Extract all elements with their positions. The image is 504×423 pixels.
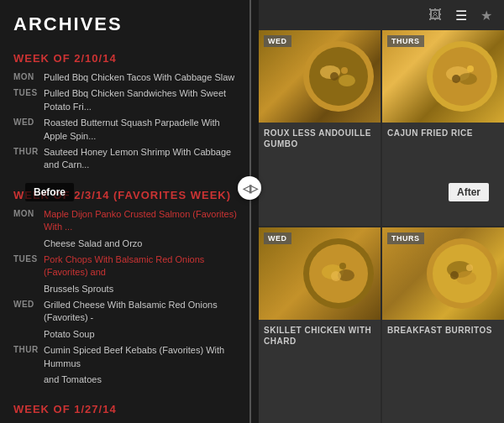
svg-point-11 bbox=[467, 65, 474, 72]
meal-name: Potato Soup bbox=[44, 328, 245, 341]
svg-point-4 bbox=[330, 72, 339, 81]
list-item[interactable]: TUES Pork Chops With Balsamic Red Onions… bbox=[13, 253, 245, 279]
food-card-burrito[interactable]: THURS BREAKFAST BURRITOS bbox=[382, 227, 504, 423]
list-item[interactable]: TUES Pulled Bbq Chicken Sandwiches With … bbox=[13, 87, 245, 113]
svg-point-17 bbox=[339, 263, 346, 269]
food-grid: WED ROUX LESS ANDOUILLE GUMBO THURS bbox=[259, 30, 504, 423]
list-item[interactable]: and Tomatoes bbox=[13, 373, 245, 386]
meal-name: Pulled Bbq Chicken Sandwiches With Sweet… bbox=[44, 87, 245, 113]
food-title-cajun: CAJUN FRIED RICE bbox=[382, 123, 504, 142]
day-label: MON bbox=[13, 71, 44, 84]
food-image-burrito: THURS bbox=[382, 227, 504, 320]
page-title: ARCHIVES bbox=[13, 13, 245, 35]
image-icon[interactable]: 🖼 bbox=[425, 6, 445, 24]
star-icon[interactable]: ★ bbox=[477, 6, 496, 25]
day-label: WED bbox=[13, 299, 44, 325]
food-card-gumbo[interactable]: WED ROUX LESS ANDOUILLE GUMBO bbox=[259, 30, 381, 226]
day-badge-wed2: WED bbox=[264, 232, 291, 244]
food-title-gumbo: ROUX LESS ANDOUILLE GUMBO bbox=[259, 123, 381, 153]
list-item[interactable]: Cheese Salad and Orzo bbox=[13, 238, 245, 250]
food-card-chicken[interactable]: WED SKILLET CHICKEN WITH CHARD bbox=[259, 227, 381, 423]
week-section-1: WEEK OF 2/10/14 MON Pulled Bbq Chicken T… bbox=[13, 52, 245, 172]
svg-point-10 bbox=[452, 75, 460, 83]
day-label: THUR bbox=[13, 146, 44, 172]
meal-name: Brussels Sprouts bbox=[44, 283, 245, 295]
meal-name: Cheese Salad and Orzo bbox=[44, 238, 245, 250]
week-header-1: WEEK OF 2/10/14 bbox=[13, 52, 245, 65]
day-label: TUES bbox=[13, 87, 44, 113]
day-label: TUES bbox=[13, 253, 44, 279]
svg-point-22 bbox=[450, 271, 459, 279]
week-header-3: WEEK OF 1/27/14 bbox=[13, 403, 245, 415]
meal-name: Roasted Butternut Squash Parpadelle With… bbox=[44, 117, 245, 143]
svg-point-9 bbox=[459, 73, 477, 85]
list-item[interactable]: THUR Cumin Spiced Beef Kebabs (Favorites… bbox=[13, 344, 245, 370]
list-item[interactable]: WED Roasted Butternut Squash Parpadelle … bbox=[13, 117, 245, 143]
svg-point-21 bbox=[456, 271, 476, 285]
day-label bbox=[13, 373, 44, 386]
meal-name: and Tomatoes bbox=[44, 373, 245, 386]
right-toolbar: 🖼 ☰ ★ bbox=[259, 0, 504, 30]
list-item[interactable]: Brussels Sprouts bbox=[13, 283, 245, 295]
food-image-cajun: THURS bbox=[382, 30, 504, 123]
drag-arrows-icon: ◁▷ bbox=[243, 182, 256, 195]
day-label: WED bbox=[13, 117, 44, 143]
week-header-2: WEEK OF 2/3/14 (FAVORITES WEEK) bbox=[13, 189, 245, 201]
svg-point-23 bbox=[466, 264, 473, 271]
list-item[interactable]: MON Maple Dijon Panko Crusted Salmon (Fa… bbox=[13, 208, 245, 234]
day-badge-thurs2: THURS bbox=[387, 232, 424, 244]
food-title-chicken: SKILLET CHICKEN WITH CHARD bbox=[259, 320, 381, 350]
comparison-drag-handle[interactable]: ◁▷ bbox=[238, 176, 261, 200]
left-panel: ARCHIVES WEEK OF 2/10/14 MON Pulled Bbq … bbox=[0, 0, 259, 423]
meal-name: Sauteed Honey Lemon Shrimp With Cabbage … bbox=[44, 146, 245, 172]
food-image-chicken: WED bbox=[259, 227, 381, 320]
day-label bbox=[13, 283, 44, 295]
food-image-gumbo: WED bbox=[259, 30, 381, 123]
day-label: THUR bbox=[13, 344, 44, 370]
list-item[interactable]: WED Grilled Cheese With Balsamic Red Oni… bbox=[13, 299, 245, 325]
meal-name: Maple Dijon Panko Crusted Salmon (Favori… bbox=[44, 208, 245, 234]
day-badge-thurs: THURS bbox=[387, 35, 424, 47]
right-panel: 🖼 ☰ ★ WED ROUX LESS ANDOUILLE GUMBO bbox=[259, 0, 504, 423]
list-item[interactable]: MON Pulled Bbq Chicken Tacos With Cabbag… bbox=[13, 71, 245, 84]
svg-point-16 bbox=[331, 271, 341, 281]
list-item[interactable]: Potato Soup bbox=[13, 328, 245, 341]
food-title-burrito: BREAKFAST BURRITOS bbox=[382, 320, 504, 339]
week-section-3: WEEK OF 1/27/14 MON Slow Cooker Bean and… bbox=[13, 403, 245, 423]
meal-name: Cumin Spiced Beef Kebabs (Favorites) Wit… bbox=[44, 344, 245, 370]
list-item[interactable]: THUR Sauteed Honey Lemon Shrimp With Cab… bbox=[13, 146, 245, 172]
day-label: MON bbox=[13, 208, 44, 234]
day-label bbox=[13, 328, 44, 341]
meal-name: Pork Chops With Balsamic Red Onions (Fav… bbox=[44, 253, 245, 279]
svg-point-3 bbox=[339, 75, 355, 86]
food-card-cajun[interactable]: THURS CAJUN FRIED RICE bbox=[382, 30, 504, 226]
meal-name: Grilled Cheese With Balsamic Red Onions … bbox=[44, 299, 245, 325]
day-label bbox=[13, 238, 44, 250]
day-badge-wed: WED bbox=[264, 35, 291, 47]
week-section-2: WEEK OF 2/3/14 (FAVORITES WEEK) MON Mapl… bbox=[13, 189, 245, 387]
list-icon[interactable]: ☰ bbox=[452, 6, 470, 25]
svg-point-5 bbox=[341, 67, 348, 74]
meal-name: Pulled Bbq Chicken Tacos With Cabbage Sl… bbox=[44, 71, 245, 84]
